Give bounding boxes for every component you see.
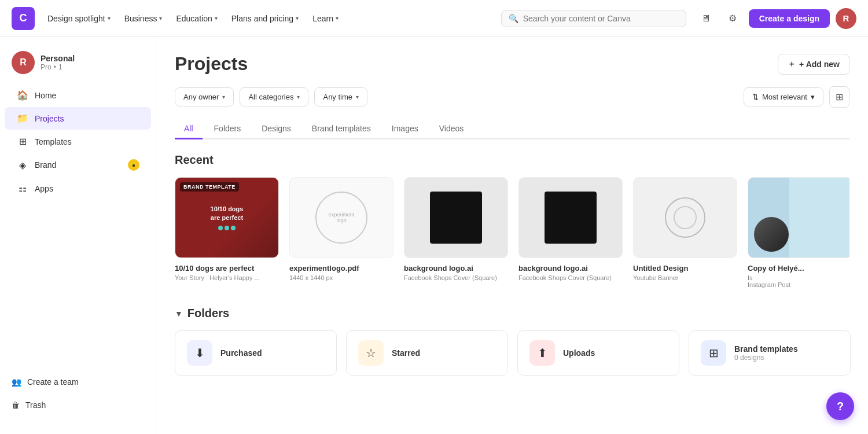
tab-images[interactable]: Images [382,119,428,139]
folder-info: Starred [392,348,420,358]
filters: Any owner ▾ All categories ▾ Any time ▾ … [175,86,849,108]
lock-icon: • [54,63,56,71]
folder-icon: 📁 [16,113,29,124]
create-design-button[interactable]: Create a design [749,9,830,28]
folder-cards: ⬇ Purchased ☆ Starred ⬆ Uploads ⊞ [175,330,849,376]
folder-info: Purchased [220,348,262,358]
nav-plans-pricing[interactable]: Plans and pricing ▾ [226,10,304,27]
create-team-button[interactable]: 👥 Create a team [5,372,151,392]
user-name: Personal [41,54,75,63]
folder-purchased[interactable]: ⬇ Purchased [175,330,337,376]
nav-design-spotlight[interactable]: Design spotlight ▾ [42,10,116,27]
card-name: background logo.ai [518,264,623,273]
brand-templates-icon: ⊞ [701,340,726,366]
brand-icon: ◈ [16,160,29,171]
folder-starred[interactable]: ☆ Starred [346,330,508,376]
trash-button[interactable]: 🗑 Trash [5,395,151,415]
logo-icon: C [12,7,35,30]
sidebar-item-templates[interactable]: ⊞ Templates [5,130,151,153]
card-untitled[interactable]: Untitled Design Youtube Banner [633,177,737,288]
tab-all[interactable]: All [175,119,203,139]
sidebar-bottom: 👥 Create a team 🗑 Trash [0,362,156,425]
user-plan: Pro • 1 [41,63,75,71]
sidebar-item-apps[interactable]: ⚏ Apps [5,177,151,200]
card-sub: Youtube Banner [633,274,737,281]
categories-filter[interactable]: All categories ▾ [240,87,308,106]
card-experiment-logo[interactable]: experimentlogo experimentlogo.pdf 1440 x… [289,177,393,288]
time-filter[interactable]: Any time ▾ [314,87,367,106]
black-square [545,192,597,244]
chevron-down-icon: ▾ [296,15,299,21]
folder-uploads[interactable]: ⬆ Uploads [517,330,679,376]
recent-section-title: Recent [175,153,849,167]
black-square [430,192,482,244]
card-copy-helye[interactable]: Copy of Helyé... IsInstagram Post [748,177,849,288]
templates-icon: ⊞ [16,136,29,147]
page-title: Projects [175,53,248,75]
card-sub: Your Story · Helyer's Happy ... [175,274,279,281]
card-name: experimentlogo.pdf [289,264,393,273]
sidebar-item-projects[interactable]: 📁 Projects [5,107,151,130]
card-sub: Facebook Shops Cover (Square) [404,274,508,281]
logo[interactable]: C [12,7,35,30]
card-sub: IsInstagram Post [748,274,849,288]
brand-template-badge: BRAND TEMPLATE [180,182,239,192]
apps-icon: ⚏ [16,183,29,194]
tab-folders[interactable]: Folders [205,119,251,139]
collapse-icon[interactable]: ▼ [175,309,183,318]
folders-section-title: Folders [187,307,229,320]
plus-icon: ＋ [788,59,796,69]
tab-designs[interactable]: Designs [252,119,300,139]
folder-brand-templates[interactable]: ⊞ Brand templates 0 designs [689,330,851,376]
nav-learn[interactable]: Learn ▾ [307,10,344,27]
sort-button[interactable]: ⇅ Most relevant ▾ [744,87,823,106]
untitled-design-thumb [634,178,737,258]
add-new-button[interactable]: ＋ + Add new [778,54,849,75]
sidebar-item-brand[interactable]: ◈ Brand ● [5,153,151,176]
recent-cards: BRAND TEMPLATE 10/10 dogsare perfect 10/… [175,177,849,288]
nav-actions: 🖥 ⚙ Create a design R [696,8,856,29]
settings-icon-btn[interactable]: ⚙ [722,8,743,29]
download-icon: ⬇ [187,340,212,366]
home-icon: 🏠 [16,90,29,101]
tab-videos[interactable]: Videos [430,119,473,139]
upload-icon: ⬆ [529,340,555,366]
sidebar-item-home[interactable]: 🏠 Home [5,84,151,106]
owner-filter[interactable]: Any owner ▾ [175,87,234,106]
search-input[interactable] [523,14,679,23]
chevron-down-icon: ▾ [811,93,815,101]
card-bg-logo-2[interactable]: background logo.ai Facebook Shops Cover … [518,177,623,288]
card-sub: 1440 x 1440 px [289,274,393,281]
help-button[interactable]: ? [826,392,854,420]
card-dogs[interactable]: BRAND TEMPLATE 10/10 dogsare perfect 10/… [175,177,279,288]
card-bg-logo-1[interactable]: background logo.ai Facebook Shops Cover … [404,177,508,288]
folder-info: Brand templates 0 designs [734,344,798,362]
team-icon: 👥 [12,377,21,387]
user-info: R Personal Pro • 1 [0,46,156,83]
avatar[interactable]: R [836,8,856,29]
brand-badge: ● [128,159,139,171]
monitor-icon-btn[interactable]: 🖥 [696,8,716,29]
tab-brand-templates[interactable]: Brand templates [303,119,380,139]
card-name: background logo.ai [404,264,508,273]
folder-info: Uploads [563,348,595,358]
chevron-down-icon: ▾ [159,15,162,21]
main-content: Projects ＋ + Add new Any owner ▾ All cat… [156,37,868,434]
user-details: Personal Pro • 1 [41,54,75,71]
view-toggle-button[interactable]: ⊞ [829,86,849,108]
body-area: R Personal Pro • 1 🏠 Home 📁 Projects ⊞ [0,37,868,434]
card-name: Untitled Design [633,264,737,273]
top-nav: C Design spotlight ▾ Business ▾ Educatio… [0,0,868,37]
nav-education[interactable]: Education ▾ [170,10,223,27]
card-name: 10/10 dogs are perfect [175,264,279,273]
search-icon: 🔍 [509,14,518,23]
user-avatar[interactable]: R [12,51,35,74]
trash-icon: 🗑 [12,400,20,410]
search-bar[interactable]: 🔍 [501,10,686,27]
chevron-down-icon: ▾ [297,94,300,100]
chevron-down-icon: ▾ [222,94,225,100]
star-icon: ☆ [358,340,384,366]
logo-circle: experimentlogo [315,192,367,244]
nav-business[interactable]: Business ▾ [119,10,168,27]
sidebar: R Personal Pro • 1 🏠 Home 📁 Projects ⊞ [0,37,156,434]
